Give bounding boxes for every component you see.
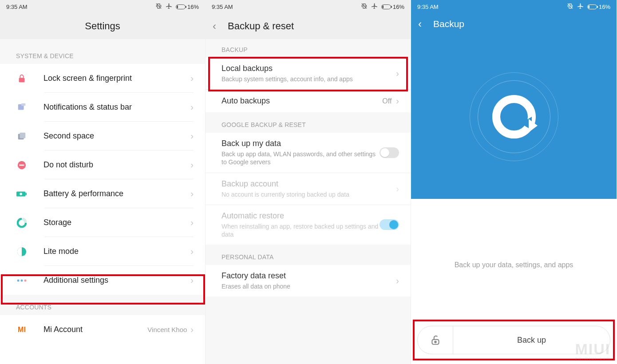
status-time: 9:35 AM	[212, 4, 233, 10]
airplane-icon	[371, 3, 378, 11]
chevron-right-icon: ›	[396, 96, 399, 106]
row-backup-account[interactable]: Backup account No account is currently s…	[206, 173, 411, 205]
battery-perf-icon	[16, 188, 28, 200]
chevron-right-icon: ›	[396, 276, 399, 286]
row-back-up-my-data[interactable]: Back up my data Back up app data, WLAN p…	[206, 133, 411, 173]
row-automatic-restore[interactable]: Automatic restore When reinstalling an a…	[206, 205, 411, 245]
battery-icon	[176, 4, 186, 9]
svg-line-0	[156, 4, 161, 8]
status-bar: 9:35 AM 16%	[0, 0, 205, 13]
toggle-backup-data[interactable]	[380, 147, 399, 158]
chevron-right-icon: ›	[190, 102, 194, 112]
title-bar: ‹ Backup & reset	[206, 13, 411, 39]
svg-point-14	[21, 279, 23, 281]
notification-icon	[16, 102, 28, 113]
svg-point-18	[496, 99, 532, 135]
lock-icon	[16, 73, 28, 84]
row-title: Back up my data	[221, 139, 380, 148]
status-bar: 9:35 AM 16%	[411, 0, 617, 13]
row-lock-screen[interactable]: Lock screen & fingerprint ›	[0, 64, 205, 93]
row-title: Local backups	[221, 64, 396, 73]
vibrate-icon	[361, 3, 368, 11]
svg-rect-3	[21, 103, 25, 106]
battery-icon	[587, 4, 597, 9]
row-label: Do not disturb	[44, 160, 190, 170]
row-storage[interactable]: Storage ›	[0, 208, 205, 237]
row-auto-backups[interactable]: Auto backups Off ›	[206, 90, 411, 112]
storage-icon	[16, 217, 28, 229]
page-title: Backup	[433, 19, 464, 29]
backup-hero	[411, 35, 617, 199]
row-value: Vincent Khoo	[147, 326, 187, 333]
row-title: Factory data reset	[221, 271, 396, 281]
row-subtitle: When reinstalling an app, restore backed…	[221, 222, 380, 238]
screen-settings: 9:35 AM 16% Settings SYSTEM & DEVICE Loc…	[0, 0, 206, 364]
row-subtitle: Backup system settings, account info, an…	[221, 75, 396, 83]
row-second-space[interactable]: Second space ›	[0, 122, 205, 150]
row-battery[interactable]: Battery & performance ›	[0, 179, 205, 208]
chevron-right-icon: ›	[190, 131, 194, 141]
status-bar: 9:35 AM 16%	[206, 0, 411, 13]
row-label: Notifications & status bar	[44, 103, 190, 112]
more-icon	[16, 275, 28, 286]
row-title: Backup account	[221, 179, 396, 189]
backup-button-label: Back up	[517, 336, 546, 345]
svg-rect-9	[25, 193, 27, 195]
back-button[interactable]: ‹	[418, 18, 422, 30]
backup-logo-icon	[470, 72, 558, 161]
chevron-right-icon: ›	[190, 218, 194, 228]
row-mi-account[interactable]: MI Mi Account Vincent Khoo ›	[0, 315, 205, 344]
row-label: Battery & performance	[44, 189, 190, 198]
dnd-icon	[16, 159, 28, 171]
vibrate-icon	[155, 3, 162, 11]
lite-mode-icon	[16, 246, 28, 257]
mi-logo-icon: MI	[16, 324, 28, 336]
row-label: Lite mode	[44, 247, 190, 256]
row-label: Additional settings	[44, 276, 190, 285]
row-additional-settings[interactable]: Additional settings ›	[0, 266, 205, 295]
row-factory-reset[interactable]: Factory data reset Erases all data on ph…	[206, 265, 411, 297]
row-title: Automatic restore	[221, 211, 380, 221]
chevron-right-icon: ›	[396, 68, 399, 79]
row-subtitle: Back up app data, WLAN passwords, and ot…	[221, 150, 380, 166]
svg-line-17	[568, 4, 573, 8]
section-system-device: SYSTEM & DEVICE	[0, 44, 205, 64]
title-bar: ‹ Backup	[411, 13, 617, 35]
svg-rect-5	[20, 132, 25, 138]
svg-point-13	[17, 279, 20, 281]
svg-rect-7	[20, 164, 24, 166]
section-backup: BACKUP	[206, 39, 411, 58]
page-title: Settings	[85, 20, 120, 32]
status-time: 9:35 AM	[6, 4, 28, 10]
lock-toggle-button[interactable]	[418, 326, 453, 354]
vibrate-icon	[567, 3, 573, 11]
section-google: GOOGLE BACKUP & RESET	[206, 112, 411, 133]
row-local-backups[interactable]: Local backups Backup system settings, ac…	[206, 58, 411, 90]
row-notifications[interactable]: Notifications & status bar ›	[0, 93, 205, 122]
row-label: Storage	[44, 218, 190, 227]
row-label: Mi Account	[44, 325, 147, 334]
page-title: Backup & reset	[228, 20, 294, 32]
section-accounts: ACCOUNTS	[0, 295, 205, 315]
back-button[interactable]: ‹	[213, 20, 216, 32]
toggle-auto-restore[interactable]	[380, 219, 399, 230]
row-lite-mode[interactable]: Lite mode ›	[0, 237, 205, 266]
airplane-icon	[577, 3, 584, 11]
title-bar: Settings	[0, 13, 205, 39]
row-title: Auto backups	[221, 96, 382, 106]
second-space-icon	[16, 131, 28, 142]
row-subtitle: No account is currently storing backed u…	[221, 190, 396, 198]
row-label: Lock screen & fingerprint	[44, 74, 190, 83]
screen-backup: 9:35 AM 16% ‹ Backup	[411, 0, 617, 364]
battery-icon	[381, 4, 391, 9]
svg-point-22	[435, 341, 436, 343]
chevron-right-icon: ›	[190, 189, 194, 199]
chevron-right-icon: ›	[190, 160, 194, 170]
section-personal: PERSONAL DATA	[206, 245, 411, 265]
row-value: Off	[382, 97, 392, 105]
chevron-right-icon: ›	[190, 275, 194, 285]
chevron-right-icon: ›	[396, 184, 399, 194]
chevron-right-icon: ›	[190, 73, 194, 83]
airplane-icon	[166, 3, 172, 11]
row-dnd[interactable]: Do not disturb ›	[0, 150, 205, 179]
